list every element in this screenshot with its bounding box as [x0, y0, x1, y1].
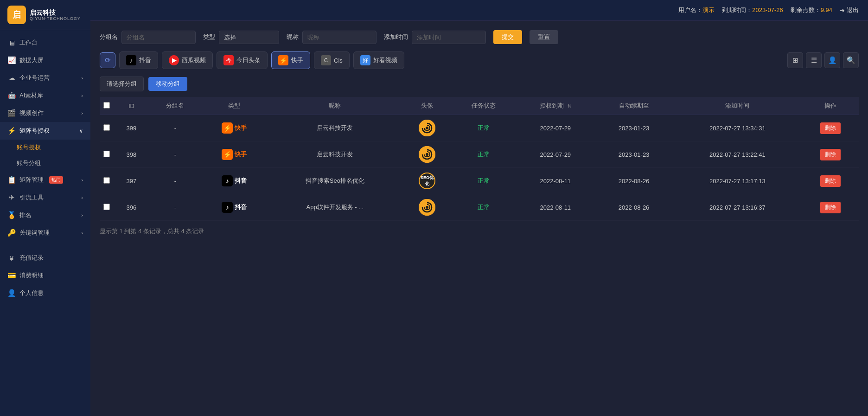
sidebar-item-label: 工作台	[19, 38, 38, 47]
table-row: 398- ⚡ 快手 启云科技开发 正常2022-07-292023-01-232…	[100, 141, 859, 168]
sidebar-item-matrix-auth[interactable]: ⚡ 矩阵号授权 ∨	[0, 122, 90, 140]
th-group: 分组名	[149, 97, 201, 115]
arrow-icon: ›	[81, 75, 83, 81]
recharge-icon: ¥	[7, 254, 16, 262]
sidebar-item-ai-assets[interactable]: 🤖 AI素材库 ›	[0, 87, 90, 104]
kuaishou-label: 快手	[235, 124, 247, 132]
user-view-button[interactable]: 👤	[824, 52, 840, 68]
row-checkbox[interactable]	[103, 124, 110, 131]
cell-avatar	[402, 141, 452, 168]
cell-avatar	[402, 194, 452, 221]
submit-button[interactable]: 提交	[493, 30, 522, 44]
profile-icon: 👤	[7, 289, 16, 297]
sidebar-item-keywords[interactable]: 🔑 关键词管理 ›	[0, 224, 90, 242]
cell-auth-expire: 2022-07-29	[516, 115, 595, 141]
sort-icon[interactable]: ⇅	[568, 103, 571, 109]
reset-button[interactable]: 重置	[530, 30, 558, 44]
nickname-input[interactable]	[302, 31, 377, 44]
arrow-icon: ›	[81, 212, 83, 218]
delete-button[interactable]: 删除	[820, 175, 841, 187]
tab-toutiao[interactable]: 今 今日头条	[217, 51, 268, 69]
logo-icon: 启	[7, 6, 26, 24]
tab-haokan[interactable]: 好 好看视频	[353, 51, 404, 69]
table-header-row: ID 分组名 类型 昵称 头像 任务状态 授权到期 ⇅ 自动续期至 添加时间 操…	[100, 97, 859, 115]
sidebar-item-consumption[interactable]: 💳 消费明细	[0, 267, 90, 284]
pagination-info: 显示第 1 到第 4 条记录，总共 4 条记录	[100, 227, 859, 236]
table-row: 399- ⚡ 快手 启云科技开发 正常2022-07-292023-01-232…	[100, 115, 859, 141]
grid-view-button[interactable]: ⊞	[787, 52, 803, 68]
th-action: 操作	[802, 97, 859, 115]
matrix-auth-icon: ⚡	[7, 127, 16, 135]
th-type: 类型	[201, 97, 268, 115]
type-label: 类型	[203, 33, 215, 41]
status-badge: 正常	[478, 177, 490, 184]
sidebar-item-enterprise[interactable]: ☁ 企业号运营 ›	[0, 69, 90, 87]
refresh-button[interactable]: ⟳	[100, 52, 115, 68]
sidebar-item-ranking[interactable]: 🏅 排名 ›	[0, 206, 90, 224]
sidebar-item-workbench[interactable]: 🖥 工作台	[0, 34, 90, 51]
cell-group: -	[149, 115, 201, 141]
sidebar-item-matrix-mgmt[interactable]: 📋 矩阵管理 热门 ›	[0, 171, 90, 189]
delete-button[interactable]: 删除	[820, 202, 841, 213]
type-select[interactable]: 选择 抖音 快手 西瓜视频 今日头条 好看视频	[219, 31, 279, 44]
tab-douyin[interactable]: ♪ 抖音	[119, 51, 158, 69]
sidebar-item-label: AI素材库	[19, 91, 43, 100]
row-checkbox[interactable]	[103, 151, 110, 157]
filter-group-type: 类型 选择 抖音 快手 西瓜视频 今日头条 好看视频	[203, 31, 279, 44]
sidebar-item-recharge[interactable]: ¥ 充值记录	[0, 249, 90, 267]
filter-bar: 分组名 类型 选择 抖音 快手 西瓜视频 今日头条 好看视频 昵称 添加时间	[100, 30, 859, 44]
move-group-button[interactable]: 移动分组	[148, 77, 187, 91]
th-checkbox	[100, 97, 114, 115]
sidebar-item-video-create[interactable]: 🎬 视频创作 ›	[0, 104, 90, 122]
douyin-label: 抖音	[235, 177, 247, 185]
th-auto-renew: 自动续期至	[595, 97, 673, 115]
tab-cis[interactable]: C Cis	[314, 51, 350, 69]
delete-button[interactable]: 删除	[820, 122, 841, 134]
delete-button[interactable]: 删除	[820, 149, 841, 160]
spiral-avatar-svg	[419, 146, 435, 163]
row-checkbox[interactable]	[103, 177, 110, 184]
tab-xigua[interactable]: ▶ 西瓜视频	[162, 51, 213, 69]
data-table: ID 分组名 类型 昵称 头像 任务状态 授权到期 ⇅ 自动续期至 添加时间 操…	[100, 97, 859, 221]
th-auth-expire: 授权到期 ⇅	[516, 97, 595, 115]
select-all-checkbox[interactable]	[103, 102, 110, 109]
sidebar-subitem-account-group[interactable]: 账号分组	[0, 155, 90, 171]
group-input[interactable]	[121, 31, 196, 44]
sidebar-item-data-screen[interactable]: 📈 数据大屏	[0, 51, 90, 69]
nickname-label: 昵称	[287, 33, 299, 41]
row-checkbox[interactable]	[103, 204, 110, 210]
workbench-icon: 🖥	[7, 39, 16, 47]
user-label: 用户名：演示	[678, 6, 715, 14]
sidebar-item-profile[interactable]: 👤 个人信息	[0, 284, 90, 302]
cell-add-time: 2022-07-27 13:17:13	[673, 168, 802, 194]
douyin-cell: ♪ 抖音	[205, 202, 264, 213]
cell-id: 398	[114, 141, 149, 168]
arrow-icon: ›	[81, 177, 83, 183]
addtime-input[interactable]	[412, 31, 486, 44]
cis-tab-label: Cis	[334, 57, 343, 64]
sidebar-item-traffic[interactable]: ✈ 引流工具 ›	[0, 189, 90, 206]
cell-type: ♪ 抖音	[201, 194, 268, 221]
exit-label: 退出	[847, 6, 859, 14]
kuaishou-icon: ⚡	[222, 122, 233, 134]
tab-kuaishou[interactable]: ⚡ 快手	[271, 51, 310, 69]
cell-auth-expire: 2022-07-29	[516, 141, 595, 168]
sidebar-item-label: 关键词管理	[19, 229, 50, 237]
avatar	[419, 199, 435, 216]
cell-nickname: App软件开发服务 - ...	[268, 194, 403, 221]
logo-name: 启云科技	[30, 9, 81, 17]
sidebar-subitem-account-auth[interactable]: 账号授权	[0, 140, 90, 155]
exit-button[interactable]: ➜ 退出	[840, 6, 859, 14]
grid-icon: ⊞	[792, 56, 798, 64]
keywords-icon: 🔑	[7, 229, 16, 237]
list-view-button[interactable]: ☰	[806, 52, 822, 68]
search-table-button[interactable]: 🔍	[843, 52, 859, 68]
arrow-icon: ›	[81, 93, 83, 98]
cell-type: ⚡ 快手	[201, 115, 268, 141]
avatar	[419, 146, 435, 163]
arrow-icon: ›	[81, 230, 83, 236]
select-group-button[interactable]: 请选择分组	[100, 77, 144, 91]
status-badge: 正常	[478, 124, 490, 131]
sidebar-item-label: 引流工具	[19, 193, 44, 202]
expire-label: 到期时间：2023-07-26	[722, 6, 783, 14]
